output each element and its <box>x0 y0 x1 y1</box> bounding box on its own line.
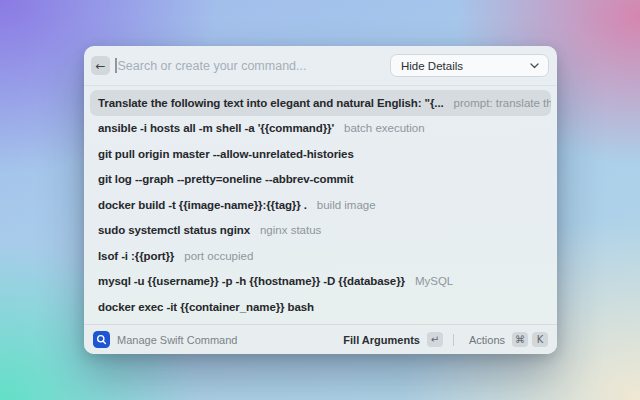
swift-command-app-icon <box>93 331 110 348</box>
command-text: mysql -u {{username}} -p -h {{hostname}}… <box>98 275 405 287</box>
command-text: sudo systemctl status nginx <box>98 224 250 236</box>
fill-arguments-button[interactable]: Fill Arguments <box>343 334 420 346</box>
k-key-icon: K <box>532 332 548 347</box>
list-item[interactable]: lsof -i :{{port}} port occupied <box>90 243 551 269</box>
list-item[interactable]: docker build -t {{image-name}}:{{tag}} .… <box>90 192 551 218</box>
list-item[interactable]: Translate the following text into elegan… <box>90 90 551 116</box>
search-input[interactable] <box>117 59 391 73</box>
command-text: git log --graph --pretty=oneline --abbre… <box>98 173 354 185</box>
command-key-icon: ⌘ <box>512 332 528 347</box>
manage-swift-command-label[interactable]: Manage Swift Command <box>117 334 237 346</box>
back-button[interactable]: ← <box>91 56 110 75</box>
actions-button[interactable]: Actions <box>469 334 505 346</box>
command-text: docker build -t {{image-name}}:{{tag}} . <box>98 199 307 211</box>
list-item[interactable]: docker exec -it {{container_name}} bash <box>90 294 551 320</box>
list-item[interactable]: ansible -i hosts all -m shell -a '{{comm… <box>90 116 551 142</box>
list-item[interactable]: git log --graph --pretty=oneline --abbre… <box>90 167 551 193</box>
command-subtitle: prompt: translate the clipboard text int… <box>454 97 551 109</box>
command-subtitle: MySQL <box>415 275 453 287</box>
command-text: lsof -i :{{port}} <box>98 250 174 262</box>
list-item[interactable]: git pull origin master --allow-unrelated… <box>90 141 551 167</box>
magnifier-icon <box>96 334 107 345</box>
command-text: git pull origin master --allow-unrelated… <box>98 148 354 160</box>
return-key-icon: ↵ <box>427 332 443 347</box>
command-text: ansible -i hosts all -m shell -a '{{comm… <box>98 122 334 134</box>
footer-divider <box>453 334 454 346</box>
dropdown-label: Hide Details <box>401 60 463 72</box>
command-text: Translate the following text into elegan… <box>98 97 444 109</box>
back-arrow-icon: ← <box>95 59 105 73</box>
action-bar: Manage Swift Command Fill Arguments ↵ Ac… <box>84 324 557 354</box>
command-subtitle: port occupied <box>184 250 253 262</box>
command-subtitle: build image <box>317 199 376 211</box>
list-item[interactable]: mysql -u {{username}} -p -h {{hostname}}… <box>90 269 551 295</box>
search-header: ← Hide Details <box>84 46 557 86</box>
command-list: Translate the following text into elegan… <box>84 86 557 320</box>
command-subtitle: batch execution <box>344 122 425 134</box>
command-text: docker exec -it {{container_name}} bash <box>98 301 314 313</box>
details-mode-dropdown[interactable]: Hide Details <box>390 54 549 77</box>
list-item[interactable]: sudo systemctl status nginx nginx status <box>90 218 551 244</box>
chevron-down-icon <box>530 63 539 69</box>
command-subtitle: nginx status <box>260 224 321 236</box>
swift-command-window: ← Hide Details Translate the following t… <box>84 46 557 354</box>
